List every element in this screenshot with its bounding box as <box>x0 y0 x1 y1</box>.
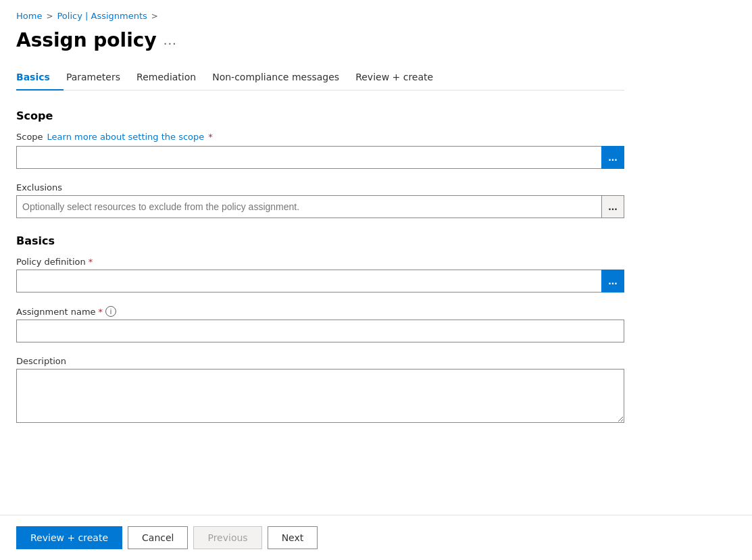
tab-non-compliance[interactable]: Non-compliance messages <box>209 65 353 91</box>
basics-section-title: Basics <box>16 234 624 247</box>
description-textarea[interactable] <box>16 369 624 423</box>
cancel-button[interactable]: Cancel <box>128 526 188 549</box>
exclusions-label: Exclusions <box>16 182 624 193</box>
scope-input-group: ... <box>16 146 624 169</box>
breadcrumb-home[interactable]: Home <box>16 11 42 21</box>
scope-browse-button[interactable]: ... <box>601 146 624 169</box>
exclusions-input-group: ... <box>16 195 624 218</box>
tab-bar: Basics Parameters Remediation Non-compli… <box>16 65 624 91</box>
breadcrumb: Home > Policy | Assignments > <box>16 11 624 21</box>
policy-definition-required: * <box>89 257 93 267</box>
breadcrumb-policy-assignments[interactable]: Policy | Assignments <box>57 11 147 21</box>
policy-definition-input-group: ... <box>16 270 624 292</box>
page-title: Assign policy <box>16 29 157 51</box>
assignment-name-info-icon[interactable]: i <box>105 306 116 317</box>
tab-review-create[interactable]: Review + create <box>353 65 447 91</box>
assignment-name-input[interactable] <box>16 320 624 342</box>
tab-parameters[interactable]: Parameters <box>64 65 134 91</box>
scope-input[interactable] <box>16 146 601 169</box>
scope-learn-more-link[interactable]: Learn more about setting the scope <box>47 132 205 142</box>
scope-field-label: Scope <box>16 132 43 142</box>
policy-definition-label: Policy definition * <box>16 257 624 267</box>
scope-required-marker: * <box>208 132 213 142</box>
breadcrumb-sep-1: > <box>46 11 53 21</box>
description-label: Description <box>16 356 624 366</box>
exclusions-browse-button[interactable]: ... <box>601 195 624 218</box>
exclusions-input[interactable] <box>16 195 601 218</box>
previous-button: Previous <box>193 526 261 549</box>
tab-remediation[interactable]: Remediation <box>134 65 209 91</box>
tab-basics[interactable]: Basics <box>16 65 64 91</box>
assignment-name-required: * <box>99 307 103 317</box>
policy-definition-browse-button[interactable]: ... <box>601 270 624 292</box>
policy-definition-input[interactable] <box>16 270 601 292</box>
review-create-button[interactable]: Review + create <box>16 526 122 549</box>
scope-section-title: Scope <box>16 109 624 122</box>
next-button[interactable]: Next <box>268 526 318 549</box>
action-bar: Review + create Cancel Previous Next <box>0 515 752 560</box>
more-options-icon[interactable]: ... <box>164 33 177 47</box>
assignment-name-label: Assignment name * i <box>16 306 624 317</box>
breadcrumb-sep-2: > <box>151 11 158 21</box>
